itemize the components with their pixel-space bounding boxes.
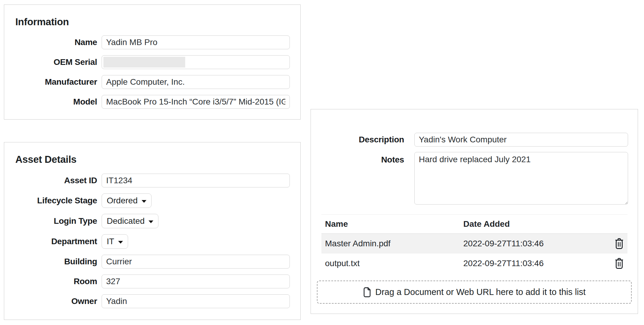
department-row: Department IT (4, 234, 290, 249)
login-type-select[interactable]: Dedicated (102, 214, 158, 228)
building-row: Building (4, 255, 290, 269)
document-date-added: 2022-09-27T11:03:46 (463, 259, 611, 268)
document-dropzone[interactable]: Drag a Document or Web URL here to add i… (317, 281, 632, 304)
caret-down-icon (118, 241, 123, 244)
lifecycle-stage-select[interactable]: Ordered (102, 193, 152, 208)
asset-id-label: Asset ID (4, 176, 102, 185)
login-type-value: Dedicated (107, 216, 145, 226)
table-row[interactable]: output.txt 2022-09-27T11:03:46 (321, 254, 627, 273)
room-row: Room (4, 275, 290, 288)
model-label: Model (4, 97, 102, 107)
owner-input[interactable] (102, 294, 290, 308)
oem-serial-row: OEM Serial (4, 55, 290, 69)
department-value: IT (107, 237, 114, 246)
oem-serial-label: OEM Serial (4, 57, 102, 67)
owner-label: Owner (4, 296, 102, 306)
room-input[interactable] (102, 275, 290, 288)
caret-down-icon (142, 200, 146, 203)
login-type-label: Login Type (4, 216, 102, 226)
column-header-name: Name (321, 219, 463, 229)
asset-details-panel: Asset Details Asset ID Lifecycle Stage O… (4, 142, 301, 320)
model-input[interactable] (102, 95, 290, 109)
manufacturer-label: Manufacturer (4, 77, 102, 87)
building-label: Building (4, 257, 102, 266)
login-type-row: Login Type Dedicated (4, 214, 290, 228)
delete-document-button[interactable] (615, 258, 624, 269)
asset-form-page: { "info_panel": { "title": "Information"… (0, 0, 644, 325)
document-name: output.txt (321, 259, 463, 268)
delete-document-button[interactable] (615, 238, 624, 249)
room-label: Room (4, 277, 102, 286)
asset-id-input[interactable] (102, 174, 290, 187)
lifecycle-stage-value: Ordered (107, 196, 138, 205)
documents-table-header: Name Date Added (321, 215, 627, 234)
notes-label: Notes (311, 152, 404, 165)
document-icon (363, 287, 371, 297)
description-label: Description (311, 135, 404, 144)
asset-details-title: Asset Details (15, 154, 76, 165)
documents-table: Name Date Added Master Admin.pdf 2022-09… (321, 214, 627, 273)
notes-row: Notes Hard drive replaced July 2021 (311, 152, 628, 205)
name-input[interactable] (102, 35, 290, 49)
description-row: Description (311, 133, 628, 147)
name-label: Name (4, 38, 102, 47)
oem-serial-input[interactable] (102, 55, 290, 69)
manufacturer-input[interactable] (102, 75, 290, 89)
trash-icon (615, 238, 624, 249)
documents-panel: Description Notes Hard drive replaced Ju… (311, 109, 638, 314)
description-input[interactable] (414, 133, 628, 147)
document-date-added: 2022-09-27T11:03:46 (463, 239, 611, 248)
information-title: Information (15, 16, 69, 28)
lifecycle-stage-label: Lifecycle Stage (4, 196, 102, 205)
owner-row: Owner (4, 294, 290, 308)
caret-down-icon (149, 220, 153, 223)
table-row[interactable]: Master Admin.pdf 2022-09-27T11:03:46 (321, 234, 627, 254)
building-input[interactable] (102, 255, 290, 269)
department-select[interactable]: IT (102, 234, 128, 249)
trash-icon (615, 258, 624, 269)
manufacturer-row: Manufacturer (4, 75, 290, 89)
asset-id-row: Asset ID (4, 174, 290, 187)
lifecycle-stage-row: Lifecycle Stage Ordered (4, 193, 290, 208)
department-label: Department (4, 237, 102, 246)
document-name: Master Admin.pdf (321, 239, 463, 248)
information-panel: Information Name OEM Serial Manufacturer… (4, 5, 301, 120)
model-row: Model (4, 95, 290, 109)
dropzone-text: Drag a Document or Web URL here to add i… (375, 287, 586, 297)
column-header-date-added: Date Added (463, 219, 611, 229)
name-row: Name (4, 35, 290, 49)
notes-textarea[interactable]: Hard drive replaced July 2021 (414, 152, 628, 205)
